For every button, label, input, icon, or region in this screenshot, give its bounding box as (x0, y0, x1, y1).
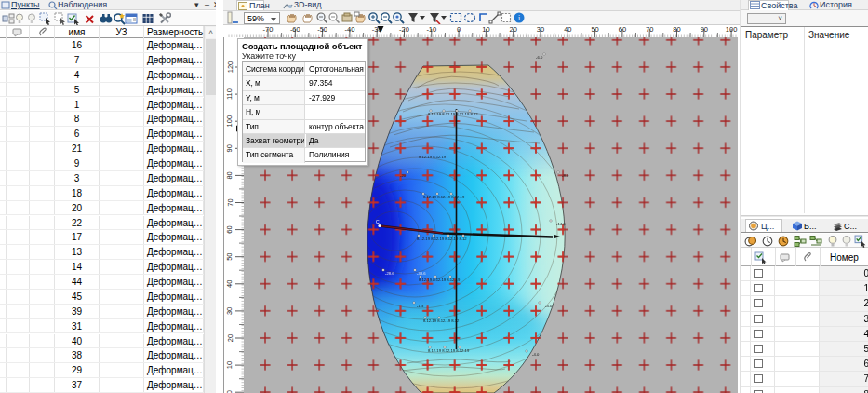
svg-text:8.12.19 8.12.19 8.12: 8.12.19 8.12.19 8.12 (423, 318, 460, 323)
svg-text:-6.0: -6.0 (536, 55, 543, 60)
svg-text:20: 20 (226, 334, 234, 342)
svg-text:70: 70 (646, 25, 653, 34)
svg-text:-20: -20 (399, 25, 409, 34)
svg-text:80: 80 (226, 171, 234, 179)
svg-text:-8.0: -8.0 (562, 173, 569, 178)
svg-text:-10: -10 (426, 25, 436, 34)
svg-text:60: 60 (619, 25, 626, 34)
svg-text:8.12.19 8.12.19: 8.12.19 8.12.19 (419, 155, 447, 159)
svg-text:-70: -70 (263, 25, 274, 34)
svg-text:-14.0: -14.0 (556, 222, 566, 226)
svg-text:40: 40 (226, 280, 234, 288)
svg-text:C: C (376, 219, 380, 224)
svg-text:30: 30 (226, 307, 234, 315)
svg-text:110: 110 (226, 88, 234, 100)
svg-text:90: 90 (226, 144, 234, 152)
svg-text:0: 0 (457, 25, 461, 34)
svg-text:50: 50 (591, 25, 598, 34)
svg-text:80: 80 (673, 25, 680, 34)
svg-text:-28.6: -28.6 (385, 271, 394, 276)
svg-text:-50: -50 (317, 25, 327, 34)
svg-text:50: 50 (226, 253, 234, 261)
svg-text:10: 10 (482, 25, 489, 34)
svg-text:20: 20 (510, 25, 517, 34)
svg-text:8.12.19 8.12.19 8.12.19: 8.12.19 8.12.19 8.12.19 (419, 278, 461, 282)
svg-text:100: 100 (726, 25, 738, 34)
svg-text:-1.5: -1.5 (417, 304, 424, 308)
svg-text:8.12.19 8.12.19 8.12.19 8.12: 8.12.19 8.12.19 8.12.19 8.12 (417, 237, 467, 241)
svg-text:8.12.19 8.12.19 8.12.19: 8.12.19 8.12.19 8.12.19 (423, 195, 465, 199)
svg-text:120: 120 (226, 61, 234, 74)
svg-text:8.12.19 8.12.19 8.12.19 8.12: 8.12.19 8.12.19 8.12.19 8.12 (428, 112, 478, 116)
svg-text:-60: -60 (290, 25, 300, 34)
svg-text:100: 100 (226, 115, 234, 128)
svg-text:-20: -20 (400, 173, 407, 178)
svg-text:70: 70 (226, 198, 234, 206)
svg-text:60: 60 (226, 225, 234, 233)
svg-text:8.12.19 8.12.19 8.12.19: 8.12.19 8.12.19 8.12.19 (428, 348, 470, 353)
svg-text:-40: -40 (344, 25, 354, 34)
svg-text:-4.0: -4.0 (532, 352, 540, 357)
svg-text:10: 10 (226, 361, 234, 369)
svg-text:30: 30 (537, 25, 544, 34)
svg-text:-38.6: -38.6 (417, 271, 426, 276)
svg-text:40: 40 (564, 25, 571, 34)
svg-text:-4.0: -4.0 (545, 304, 553, 308)
svg-text:90: 90 (701, 25, 708, 34)
